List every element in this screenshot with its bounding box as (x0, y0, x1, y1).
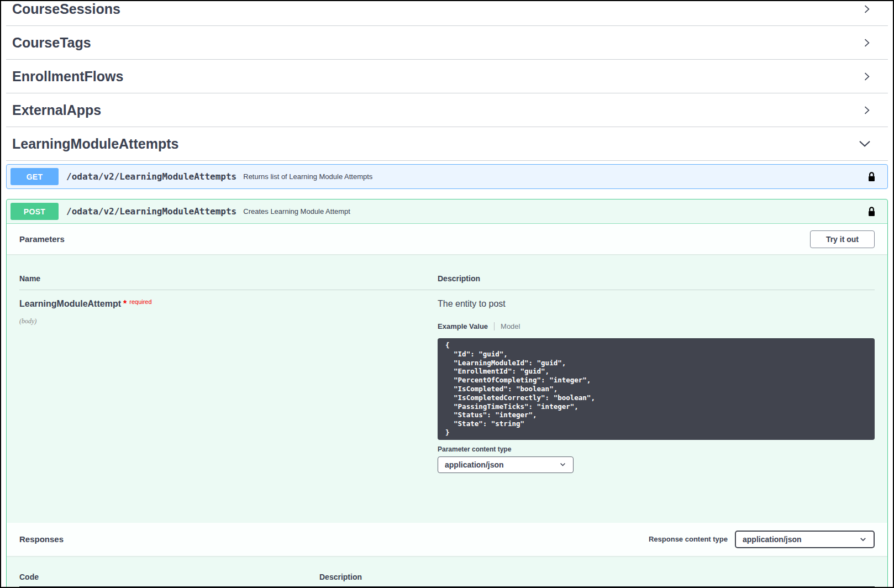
parameter-description-cell: The entity to post Example Value Model {… (438, 299, 875, 473)
tag-section-coursesessions[interactable]: CourseSessions (6, 1, 888, 26)
parameter-name: LearningModuleAttempt (19, 299, 121, 308)
tab-separator (494, 322, 495, 330)
response-content-type-label: Response content type (649, 535, 728, 543)
tag-title: LearningModuleAttempts (12, 136, 178, 152)
parameters-table: Name Description LearningModuleAttempt*r… (19, 274, 875, 473)
post-operation-summary[interactable]: POST /odata/v2/LearningModuleAttempts Cr… (7, 200, 887, 224)
tag-section-externalapps[interactable]: ExternalApps (6, 93, 888, 127)
responses-table-header: Code Description (19, 573, 875, 587)
chevron-right-icon (862, 72, 871, 81)
post-method-badge: POST (10, 203, 59, 220)
tag-section-learningmoduleattempts[interactable]: LearningModuleAttempts (6, 127, 888, 161)
required-star: * (123, 299, 127, 308)
tab-example-value[interactable]: Example Value (438, 322, 488, 330)
response-content-type-value: application/json (743, 535, 802, 544)
get-operation-path: /odata/v2/LearningModuleAttempts (66, 171, 236, 182)
column-header-name: Name (19, 274, 438, 283)
tag-section-coursetags[interactable]: CourseTags (6, 26, 888, 60)
get-method-badge: GET (10, 168, 59, 185)
chevron-right-icon (862, 4, 871, 14)
chevron-right-icon (862, 38, 871, 48)
required-label: required (129, 298, 151, 305)
chevron-down-icon (858, 137, 871, 150)
post-operation-block: POST /odata/v2/LearningModuleAttempts Cr… (6, 199, 888, 587)
column-header-description: Description (438, 274, 875, 283)
parameter-content-type-value: application/json (445, 460, 504, 469)
tag-title: EnrollmentFlows (12, 69, 123, 85)
parameters-title: Parameters (19, 234, 65, 244)
tag-section-enrollmentflows[interactable]: EnrollmentFlows (6, 60, 888, 93)
chevron-down-icon (559, 461, 566, 468)
chevron-down-icon (859, 536, 867, 543)
parameter-content-type-label: Parameter content type (438, 445, 875, 453)
get-operation-block: GET /odata/v2/LearningModuleAttempts Ret… (6, 164, 888, 189)
tag-title: CourseSessions (12, 1, 120, 17)
parameter-name-cell: LearningModuleAttempt*required (body) (19, 299, 438, 473)
parameters-table-header: Name Description (19, 274, 875, 290)
lock-icon[interactable] (867, 206, 876, 217)
column-header-description: Description (319, 573, 875, 581)
responses-body: Code Description (7, 556, 887, 587)
post-operation-description: Creates Learning Module Attempt (243, 207, 867, 216)
parameter-content-type-select[interactable]: application/json (438, 456, 574, 473)
example-value-code-block: { "Id": "guid", "LearningModuleId": "gui… (438, 338, 875, 440)
chevron-right-icon (862, 106, 871, 115)
lock-icon[interactable] (867, 171, 876, 182)
parameter-row: LearningModuleAttempt*required (body) Th… (19, 290, 875, 473)
responses-section-header: Responses Response content type applicat… (7, 523, 887, 556)
response-content-type-group: Response content type application/json (649, 531, 875, 548)
swagger-api-page: CourseSessions CourseTags EnrollmentFlow… (1, 1, 893, 587)
parameter-location: (body) (19, 317, 438, 326)
parameters-body: Name Description LearningModuleAttempt*r… (7, 254, 887, 523)
get-operation-summary[interactable]: GET /odata/v2/LearningModuleAttempts Ret… (7, 165, 887, 188)
column-header-code: Code (19, 573, 319, 581)
post-operation-path: /odata/v2/LearningModuleAttempts (66, 206, 236, 217)
parameter-description: The entity to post (438, 299, 875, 309)
parameters-section-header: Parameters Try it out (7, 224, 887, 254)
example-model-tabs: Example Value Model (438, 322, 875, 330)
tab-model[interactable]: Model (501, 322, 520, 330)
tag-title: CourseTags (12, 35, 91, 51)
tag-section-list: CourseSessions CourseTags EnrollmentFlow… (6, 1, 888, 161)
try-it-out-button[interactable]: Try it out (810, 230, 875, 248)
responses-title: Responses (19, 534, 64, 544)
tag-title: ExternalApps (12, 102, 101, 118)
get-operation-description: Returns list of Learning Module Attempts (243, 172, 867, 181)
response-content-type-select[interactable]: application/json (735, 531, 875, 548)
